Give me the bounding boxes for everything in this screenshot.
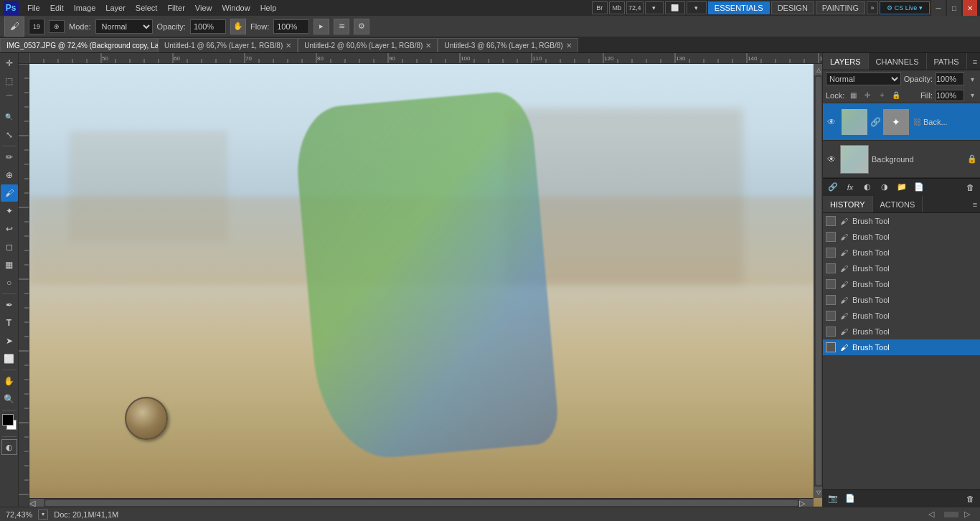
lock-move-btn[interactable]: ✛: [862, 90, 873, 101]
history-item-6[interactable]: 🖌 Brush Tool: [823, 308, 980, 324]
menu-help[interactable]: Help: [256, 2, 281, 14]
tab-layers[interactable]: LAYERS: [823, 53, 869, 70]
bridge-icon[interactable]: Br: [592, 1, 608, 14]
fill-dropdown[interactable]: ▾: [967, 90, 977, 101]
workspace-essentials[interactable]: ESSENTIALS: [708, 1, 770, 14]
tool-history-brush[interactable]: ↩: [1, 220, 18, 238]
history-item-5[interactable]: 🖌 Brush Tool: [823, 292, 980, 308]
tab-paths[interactable]: PATHS: [927, 53, 967, 70]
v-scroll-down[interactable]: ▽: [814, 487, 823, 498]
tool-eraser[interactable]: ◻: [1, 238, 18, 255]
blend-mode-select[interactable]: Normal: [826, 72, 901, 85]
history-item-1[interactable]: 🖌 Brush Tool: [823, 229, 980, 245]
lock-pixels-btn[interactable]: ▦: [847, 90, 859, 101]
layer-1-visibility[interactable]: 👁: [826, 154, 837, 165]
tab-close-2[interactable]: ✕: [425, 42, 431, 50]
h-scroll-right[interactable]: ▷: [799, 499, 814, 507]
history-panel-menu[interactable]: ≡: [970, 196, 980, 212]
tab-actions[interactable]: ACTIONS: [873, 196, 923, 212]
flow-input[interactable]: [273, 19, 309, 34]
new-group-btn[interactable]: 📁: [895, 180, 909, 194]
canvas[interactable]: ◁ ▷ △ ▽: [29, 64, 822, 507]
minimize-btn[interactable]: ─: [931, 0, 946, 16]
tab-2[interactable]: Untitled-2 @ 60,6% (Layer 1, RGB/8) ✕: [298, 38, 438, 52]
history-create-doc-btn[interactable]: 📄: [843, 492, 857, 506]
tool-lasso[interactable]: ⌒: [1, 90, 18, 108]
history-item-4[interactable]: 🖌 Brush Tool: [823, 276, 980, 292]
history-item-8[interactable]: 🖌 Brush Tool: [823, 339, 980, 355]
tool-gradient[interactable]: ▦: [1, 256, 18, 273]
tool-rectangular-marquee[interactable]: ⬚: [1, 72, 18, 90]
layer-item-1[interactable]: 👁 Background 🔒: [823, 141, 980, 178]
screen-mode-btn[interactable]: ⬜: [665, 1, 685, 14]
tool-type[interactable]: T: [1, 314, 18, 332]
tab-1[interactable]: Untitled-1 @ 66,7% (Layer 1, RGB/8) ✕: [158, 38, 298, 52]
history-item-7[interactable]: 🖌 Brush Tool: [823, 324, 980, 339]
tool-spot-healing[interactable]: ⊕: [1, 166, 18, 184]
menu-view[interactable]: View: [191, 2, 217, 14]
maximize-btn[interactable]: □: [947, 0, 961, 16]
status-scroll-left[interactable]: ◁: [928, 510, 938, 520]
menu-layer[interactable]: Layer: [101, 2, 130, 14]
foreground-color[interactable]: [2, 414, 14, 426]
new-layer-btn[interactable]: 📄: [912, 180, 926, 194]
link-layers-btn[interactable]: 🔗: [826, 180, 840, 194]
mini-bridge-icon[interactable]: Mb: [609, 1, 625, 14]
lock-icon-padlock[interactable]: 🔒: [890, 90, 902, 101]
tool-path-selection[interactable]: ➤: [1, 332, 18, 349]
airbrush-btn[interactable]: ≋: [334, 19, 349, 34]
brush-size-display[interactable]: 19: [29, 19, 44, 34]
v-scrollbar[interactable]: △ ▽: [814, 64, 822, 498]
fx-btn[interactable]: fx: [843, 180, 857, 194]
workspace-painting[interactable]: PAINTING: [816, 1, 865, 14]
brush-extra-btn[interactable]: ⚙: [354, 19, 369, 34]
tab-history[interactable]: HISTORY: [823, 196, 873, 212]
zoom-context-btn[interactable]: ▾: [38, 510, 48, 520]
fill-input[interactable]: [936, 90, 964, 101]
h-scroll-left[interactable]: ◁: [29, 499, 44, 507]
blend-mode-select[interactable]: Normal: [95, 19, 153, 34]
menu-image[interactable]: Image: [70, 2, 100, 14]
tool-hand[interactable]: ✋: [1, 372, 18, 390]
menu-edit[interactable]: Edit: [46, 2, 68, 14]
opacity-input[interactable]: [190, 19, 226, 34]
tool-eyedropper[interactable]: ✏: [1, 149, 18, 166]
tab-3[interactable]: Untitled-3 @ 66,7% (Layer 1, RGB/8) ✕: [438, 38, 578, 52]
history-delete-btn[interactable]: 🗑: [963, 492, 977, 506]
tool-pen[interactable]: ✒: [1, 296, 18, 314]
workspace-more[interactable]: »: [867, 1, 878, 14]
h-scrollbar[interactable]: ◁ ▷: [29, 498, 814, 507]
history-item-0[interactable]: 🖌 Brush Tool: [823, 213, 980, 229]
menu-filter[interactable]: Filter: [163, 2, 189, 14]
brush-toggle[interactable]: ⊕: [49, 20, 65, 33]
tool-rectangle-shape[interactable]: ⬜: [1, 350, 18, 367]
status-scroll-thumb[interactable]: [944, 512, 958, 517]
lock-all-btn[interactable]: +: [876, 90, 887, 101]
tab-close-1[interactable]: ✕: [286, 42, 291, 50]
opacity-dropdown[interactable]: ▾: [967, 72, 977, 85]
v-scroll-thumb[interactable]: [816, 77, 821, 485]
history-item-2[interactable]: 🖌 Brush Tool: [823, 245, 980, 260]
tool-clone-stamp[interactable]: ✦: [1, 202, 18, 220]
tab-close-3[interactable]: ✕: [566, 42, 572, 50]
color-swatches[interactable]: [1, 414, 17, 434]
adjustment-layer-btn[interactable]: ◑: [877, 180, 892, 194]
flow-pressure-btn[interactable]: ▸: [314, 19, 329, 34]
quick-mask-btn[interactable]: ◐: [1, 439, 17, 455]
menu-file[interactable]: File: [23, 2, 44, 14]
history-new-snapshot-btn[interactable]: 📷: [826, 492, 840, 506]
layer-0-visibility[interactable]: 👁: [826, 116, 837, 128]
tool-zoom[interactable]: 🔍: [1, 390, 18, 408]
tool-quick-select[interactable]: 🔍: [1, 108, 18, 126]
app-frame-btn[interactable]: ▾: [687, 1, 707, 14]
tool-move[interactable]: ✛: [1, 55, 18, 72]
history-item-3[interactable]: 🖌 Brush Tool: [823, 260, 980, 276]
close-btn[interactable]: ✕: [963, 0, 977, 16]
opacity-pressure-btn[interactable]: ✋: [230, 19, 246, 34]
brush-preset-picker[interactable]: 🖌: [4, 17, 24, 37]
add-mask-btn[interactable]: ◐: [860, 180, 875, 194]
layer-0-chain[interactable]: 🔗: [872, 108, 879, 136]
menu-select[interactable]: Select: [131, 2, 162, 14]
layers-panel-menu[interactable]: ≡: [970, 53, 980, 70]
tool-dodge[interactable]: ○: [1, 274, 18, 291]
